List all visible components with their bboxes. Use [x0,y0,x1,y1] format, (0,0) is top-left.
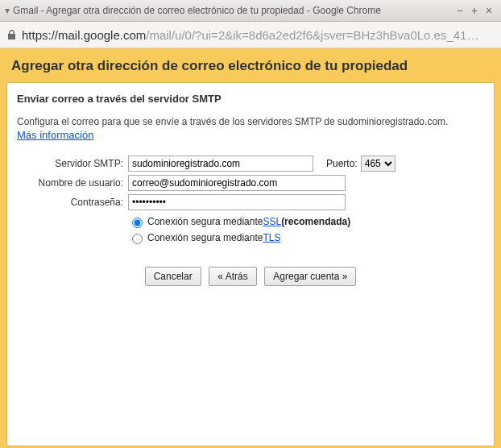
smtp-label: Servidor SMTP: [17,158,123,169]
username-input[interactable] [128,175,346,191]
minimize-button[interactable]: − [453,5,467,16]
more-info-link[interactable]: Más información [17,129,93,141]
lock-icon [6,29,17,40]
ssl-recommended: (recomendada) [281,216,350,227]
tls-radio[interactable] [132,234,143,244]
port-label: Puerto: [326,158,358,169]
app-menu-icon[interactable]: ▾ [5,5,10,16]
window-frame: ▾ Gmail - Agregar otra dirección de corr… [0,0,501,448]
address-bar[interactable]: https://mail.google.com /mail/u/0/?ui=2&… [0,22,501,48]
window-titlebar: ▾ Gmail - Agregar otra dirección de corr… [0,0,501,22]
maximize-button[interactable]: + [467,5,482,16]
row-smtp: Servidor SMTP: Puerto: 465 [17,156,484,172]
username-label: Nombre de usuario: [17,177,123,189]
button-row: Cancelar « Atrás Agregar cuenta » [17,267,484,286]
close-button[interactable]: × [482,5,496,16]
tls-link[interactable]: TLS [263,232,280,243]
url-host: https://mail.google.com [22,28,146,42]
ssl-link[interactable]: SSL [263,216,281,227]
panel-heading: Enviar correo a través del servidor SMTP [17,93,484,105]
row-password: Contraseña: [17,194,484,210]
password-label: Contraseña: [17,197,123,208]
window-title: Gmail - Agregar otra dirección de correo… [13,5,453,16]
url-path: /mail/u/0/?ui=2&ik=8d6a2ed2f6&jsver=BHz3… [146,28,478,42]
password-input[interactable] [128,194,346,210]
row-username: Nombre de usuario: [17,175,484,191]
add-account-button[interactable]: Agregar cuenta » [264,267,356,286]
ssl-radio[interactable] [132,218,143,228]
cancel-button[interactable]: Cancelar [145,267,201,286]
row-ssl: Conexión segura mediante SSL (recomendad… [128,215,484,228]
back-button[interactable]: « Atrás [209,267,256,286]
page-title: Agregar otra dirección de correo electró… [0,48,501,82]
smtp-input[interactable] [128,156,313,172]
ssl-text-prefix: Conexión segura mediante [147,216,263,227]
page-body: Agregar otra dirección de correo electró… [0,48,501,448]
row-tls: Conexión segura mediante TLS [128,231,484,244]
form-panel: Enviar correo a través del servidor SMTP… [6,82,495,446]
tls-text-prefix: Conexión segura mediante [147,232,263,243]
port-select[interactable]: 465 [361,156,395,172]
help-text: Configura el correo para que se envíe a … [17,116,484,127]
